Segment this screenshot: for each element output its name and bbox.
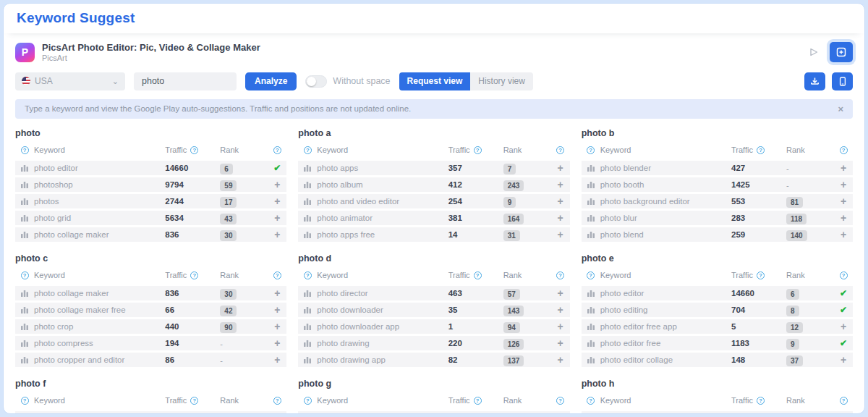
action-cell[interactable]: ✔ (268, 164, 286, 172)
table-row[interactable]: photo collage maker free 66 42 + (15, 303, 286, 317)
info-icon[interactable]: ? (587, 146, 595, 154)
table-row[interactable]: photo compress 194 - + (15, 336, 286, 350)
action-cell[interactable]: + (551, 180, 570, 190)
info-icon[interactable]: ? (757, 397, 765, 405)
table-row[interactable]: photo downloader 35 143 + (298, 303, 569, 317)
action-cell[interactable]: ✔ (834, 289, 853, 298)
action-cell[interactable]: + (551, 163, 570, 173)
action-cell[interactable]: + (268, 338, 286, 348)
info-icon[interactable]: ? (840, 146, 848, 154)
info-icon[interactable]: ? (757, 146, 765, 154)
action-cell[interactable]: ✔ (834, 339, 853, 348)
info-icon[interactable]: ? (190, 397, 198, 405)
info-icon[interactable]: ? (190, 271, 198, 279)
table-row[interactable]: photo editor collage 148 37 + (582, 353, 853, 367)
info-icon[interactable]: ? (304, 397, 312, 405)
info-icon[interactable]: ? (474, 397, 482, 405)
info-icon[interactable]: ? (757, 271, 765, 279)
action-cell[interactable]: + (551, 288, 570, 298)
table-row[interactable]: photo editor free app 5 12 + (582, 319, 853, 334)
close-icon[interactable]: × (838, 104, 843, 114)
table-row[interactable]: photo booth 1425 - + (582, 177, 853, 192)
action-cell[interactable]: + (551, 196, 570, 206)
keyword-input[interactable] (134, 72, 237, 90)
info-icon[interactable]: ? (273, 397, 281, 405)
action-cell[interactable]: + (551, 355, 570, 365)
table-row[interactable]: photo editor 14660 6 ✔ (582, 286, 853, 300)
table-row[interactable]: photo collage maker 836 30 + (15, 227, 286, 242)
action-cell[interactable]: + (268, 180, 286, 190)
mobile-view-button[interactable] (832, 72, 853, 90)
table-row[interactable]: photo crop 440 90 + (15, 319, 286, 334)
table-row[interactable]: photo album 412 243 + (298, 177, 569, 192)
action-cell[interactable]: + (268, 305, 286, 315)
info-icon[interactable]: ? (840, 397, 848, 405)
info-icon[interactable]: ? (304, 271, 312, 279)
table-row[interactable]: photo director 463 57 + (298, 286, 569, 300)
info-icon[interactable]: ? (190, 146, 198, 154)
action-cell[interactable]: + (834, 213, 853, 223)
info-icon[interactable]: ? (840, 271, 848, 279)
country-select[interactable]: USA ⌄ (15, 72, 125, 90)
info-icon[interactable]: ? (474, 146, 482, 154)
info-icon[interactable]: ? (21, 397, 29, 405)
play-icon[interactable] (809, 48, 818, 56)
table-row[interactable]: photo background editor 553 81 + (582, 194, 853, 208)
action-cell[interactable]: + (834, 229, 853, 240)
table-row[interactable]: photo and video editor 254 9 + (298, 194, 569, 208)
action-cell[interactable]: + (551, 305, 570, 315)
info-icon[interactable]: ? (273, 146, 281, 154)
add-app-button[interactable] (830, 42, 853, 62)
action-cell[interactable]: + (834, 355, 853, 365)
action-cell[interactable]: + (268, 355, 286, 365)
action-cell[interactable]: + (268, 321, 286, 332)
table-row[interactable]: photo blend 259 140 + (582, 227, 853, 242)
info-icon[interactable]: ? (21, 146, 29, 154)
action-cell[interactable]: + (268, 288, 286, 298)
info-icon[interactable]: ? (474, 271, 482, 279)
info-icon[interactable]: ? (556, 397, 564, 405)
action-cell[interactable]: + (551, 229, 570, 240)
table-row[interactable]: photos 2744 17 + (15, 194, 286, 208)
history-view-button[interactable]: History view (470, 72, 533, 90)
action-cell[interactable]: + (551, 321, 570, 332)
info-icon[interactable]: ? (556, 146, 564, 154)
table-row[interactable]: photo drawing app 82 137 + (298, 353, 569, 367)
action-cell[interactable]: + (834, 413, 853, 414)
action-cell[interactable]: + (551, 213, 570, 223)
request-view-button[interactable]: Request view (399, 72, 471, 90)
action-cell[interactable]: + (834, 321, 853, 332)
action-cell[interactable]: + (551, 338, 570, 348)
info-icon[interactable]: ? (556, 271, 564, 279)
table-row[interactable]: photo collage maker 836 30 + (15, 286, 286, 300)
info-icon[interactable]: ? (21, 271, 29, 279)
action-cell[interactable]: + (268, 413, 286, 414)
table-row[interactable]: photo downloader app 1 94 + (298, 319, 569, 334)
action-cell[interactable]: + (834, 180, 853, 190)
table-row[interactable]: photo cropper and editor 86 - + (15, 353, 286, 367)
table-row[interactable]: photo blender 427 - + (582, 161, 853, 175)
table-row[interactable]: photoshop 9794 59 + (15, 177, 286, 192)
info-icon[interactable]: ? (587, 271, 595, 279)
action-cell[interactable]: + (551, 413, 570, 414)
table-row[interactable]: photo animator 381 164 + (298, 211, 569, 225)
table-row[interactable]: photo editor free 1183 9 ✔ (582, 336, 853, 350)
table-row[interactable]: photo editor 14660 6 ✔ (15, 161, 286, 175)
table-row[interactable]: photo grid 5634 43 + (15, 211, 286, 225)
table-row[interactable]: photo hider app 23 - + (582, 411, 853, 414)
action-cell[interactable]: + (834, 196, 853, 206)
info-icon[interactable]: ? (273, 271, 281, 279)
action-cell[interactable]: + (268, 196, 286, 206)
without-space-toggle[interactable] (305, 75, 327, 88)
action-cell[interactable]: + (268, 229, 286, 240)
action-cell[interactable]: ✔ (834, 306, 853, 314)
download-button[interactable] (804, 72, 825, 90)
table-row[interactable]: photo drawing 220 126 + (298, 336, 569, 350)
table-row[interactable]: photo editing 704 8 ✔ (582, 303, 853, 317)
info-icon[interactable]: ? (304, 146, 312, 154)
action-cell[interactable]: + (268, 213, 286, 223)
table-row[interactable]: photo apps 357 7 + (298, 161, 569, 175)
action-cell[interactable]: + (834, 163, 853, 173)
analyze-button[interactable]: Analyze (245, 72, 297, 90)
table-row[interactable]: photo grid 5634 43 + (298, 411, 569, 414)
